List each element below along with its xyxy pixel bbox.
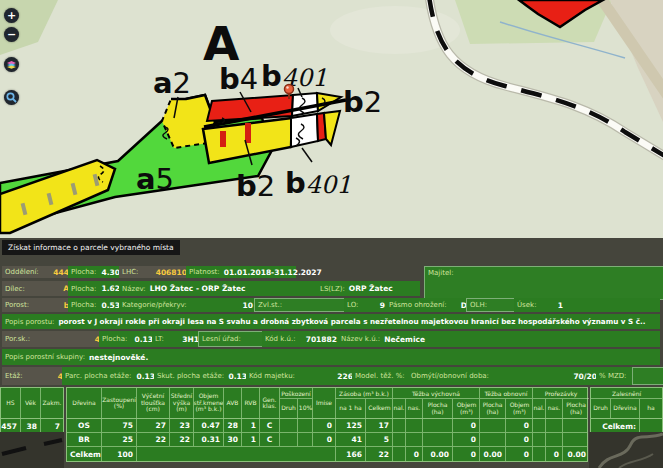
minus-icon: −: [7, 29, 16, 40]
search-button[interactable]: [4, 90, 19, 105]
table-section-zalesneni: Zalesnění Druh Dřevina ha Celkem:: [590, 387, 663, 434]
cell-zastoupeni: 75: [102, 419, 137, 432]
col-objem: Objem stř.kmene (m³ b.k.): [194, 388, 224, 418]
stand-label-b2-bottom: b2: [236, 169, 275, 203]
panel-row-popis-porostu: Popis porostu: porost v J okraji rokle p…: [2, 314, 660, 329]
cell-to-plocha: [480, 419, 506, 432]
cell-rvb: 1: [242, 433, 260, 446]
panel-row-dilec: Dílec:A Plocha:1.62 Název:LHO Žatec - OR…: [2, 281, 420, 296]
field-obmyti: Obmýtí/obnovní doba:70/20: [408, 367, 600, 385]
cell-tv-plocha: 0.00: [423, 447, 453, 461]
field-plocha-porost: Plocha:0.53: [68, 298, 123, 312]
cell-zasoba-celkem: 5: [366, 433, 393, 446]
col-vycetni: Výčetní tloušťka (cm): [137, 388, 170, 418]
cell-pr-plocha: [563, 433, 589, 446]
cell-celkem-label: Celkem:: [67, 447, 102, 461]
table-header-zalesneni: Zalesnění Druh Dřevina ha: [591, 388, 662, 419]
panel-row-porsk: Por.sk.:4 Plocha:0.13 LT:3H1 Lesní úřad:…: [2, 331, 660, 347]
col-vek: Věk: [21, 388, 41, 418]
cell-to-plocha: [480, 433, 506, 446]
cell-pr-nas: 0: [546, 447, 563, 461]
field-lhc: LHC:406810: [119, 266, 190, 278]
col-pr-plocha: Plocha (ha): [563, 399, 589, 418]
zoom-out-button[interactable]: −: [4, 27, 19, 42]
cell-tv-nal: [393, 419, 406, 432]
cell-objem: 0.31: [194, 433, 224, 446]
cell-pr-nas: [546, 419, 563, 432]
table-row-os: OS 75 27 23 0.47 28 1 C 0 125 17 0 0: [67, 419, 587, 433]
cell-imise: 0: [313, 433, 336, 446]
panel-row-popis-skupiny: Popis porostní skupiny: nestejnověké.: [2, 349, 660, 365]
col-zal-ha: ha: [640, 399, 662, 418]
field-lslz: LS(LZ):ORP Žatec: [317, 281, 420, 296]
red-tick: [220, 131, 226, 147]
table-header-left: HS Věk Zakm.: [1, 388, 63, 419]
col-to-plocha: Plocha (ha): [480, 399, 506, 418]
map-canvas[interactable]: A a2 b4 b401 b2 a5 b2 b401: [0, 0, 663, 242]
red-tick: [245, 123, 251, 143]
table-row-zalesneni-celkem: Celkem:: [591, 419, 662, 433]
cell-tv-objem: 0: [453, 447, 480, 461]
field-usek: Úsek:1: [514, 298, 566, 312]
cell-imise: 0: [313, 419, 336, 432]
map[interactable]: A a2 b4 b401 b2 a5 b2 b401 + −: [0, 0, 663, 242]
field-kategorie: Kategorie/překryv:10: [119, 298, 256, 312]
colgroup-tezba-vychovna: Těžba výchovná nal. nas. Plocha (ha) Obj…: [393, 388, 480, 418]
colgroup-prorezavky: Prořezávky nal. nas. Plocha (ha): [533, 388, 589, 418]
field-olh: OLH:: [466, 298, 518, 312]
field-mzd-input: [632, 367, 663, 385]
cell-posk-druh: [280, 433, 298, 446]
stand-label-b401-top: b401: [261, 59, 328, 93]
col-tv-nal: nal.: [393, 399, 406, 418]
layers-button[interactable]: [4, 57, 19, 72]
cell-drevina: BR: [67, 433, 102, 446]
cell-zasoba-celkem: 17: [366, 419, 393, 432]
field-lt: LT:3H1: [152, 331, 202, 347]
stand-label-a5: a5: [136, 162, 174, 196]
field-pasmo: Pásmo ohrožení:D: [386, 298, 470, 312]
cell-hs: 457: [1, 419, 21, 433]
panel-row-etaz: Etáž:4 Parc. plocha etáže:0.13 Skut. plo…: [2, 367, 660, 385]
cell-to-objem: 0: [506, 419, 533, 432]
stand-label-a2-top: a2: [153, 66, 191, 100]
cell-na1ha: 41: [336, 433, 366, 446]
cell-zal-ha: [640, 419, 662, 433]
cell-zasoba-celkem: 22: [366, 447, 393, 461]
cell-tv-objem: 0: [453, 433, 480, 446]
col-zasoba-celkem: Celkem: [366, 399, 393, 418]
cell-tv-objem: 0: [453, 419, 480, 432]
col-posk-10: 10%: [298, 399, 313, 418]
cell-zastoupeni: 25: [102, 433, 137, 446]
cell-to-objem: 0: [506, 447, 533, 461]
field-lo: LO:9: [344, 298, 388, 312]
cell-tv-plocha: [423, 433, 453, 446]
cell-zakm: 7: [41, 419, 63, 433]
zoom-in-button[interactable]: +: [4, 8, 19, 23]
field-oddeleni: Oddělení:444: [2, 266, 72, 278]
field-kod-majetku: Kód majetku:226: [246, 367, 356, 385]
cell-pr-nas: [546, 433, 563, 446]
field-platnost: Platnost:01.01.2018-31.12.2027: [186, 266, 296, 278]
parcel-b401-bottom[interactable]: [291, 114, 318, 147]
cell-merged-empty: [137, 447, 336, 461]
cell-posk-10: [298, 419, 313, 432]
field-model-tez: Model. těž. %:0: [352, 367, 412, 385]
cell-avb: 30: [224, 433, 242, 446]
parcel-b2-right-bottom[interactable]: [324, 111, 340, 145]
col-gen: Gen. klas.: [260, 388, 280, 418]
field-dilec: Dílec:A: [2, 281, 72, 296]
col-tv-objem: Objem (m³): [453, 399, 480, 418]
colgroup-tezba-obnovni: Těžba obnovní Plocha (ha) Objem (m³): [480, 388, 533, 418]
table-header-main: Dřevina Zastoupení (%) Výčetní tloušťka …: [67, 388, 587, 419]
map-peek-bottomright: [589, 432, 663, 468]
col-tv-nas: nas.: [406, 399, 423, 418]
cell-avb: 28: [224, 419, 242, 432]
col-imise: Imise: [313, 388, 336, 418]
get-parcel-info-button[interactable]: Získat informace o parcele vybraného mís…: [2, 240, 180, 255]
table-row: 457 38 7: [1, 419, 63, 433]
field-nazev: Název:LHO Žatec - ORP Žatec: [119, 281, 321, 296]
panel-row-oddeleni: Oddělení:444 Plocha:4.30 LHC:406810 Plat…: [2, 266, 296, 278]
table-section-main: Dřevina Zastoupení (%) Výčetní tloušťka …: [66, 387, 588, 462]
cell-gen: C: [260, 433, 280, 446]
cell-tv-nal: [393, 447, 406, 461]
